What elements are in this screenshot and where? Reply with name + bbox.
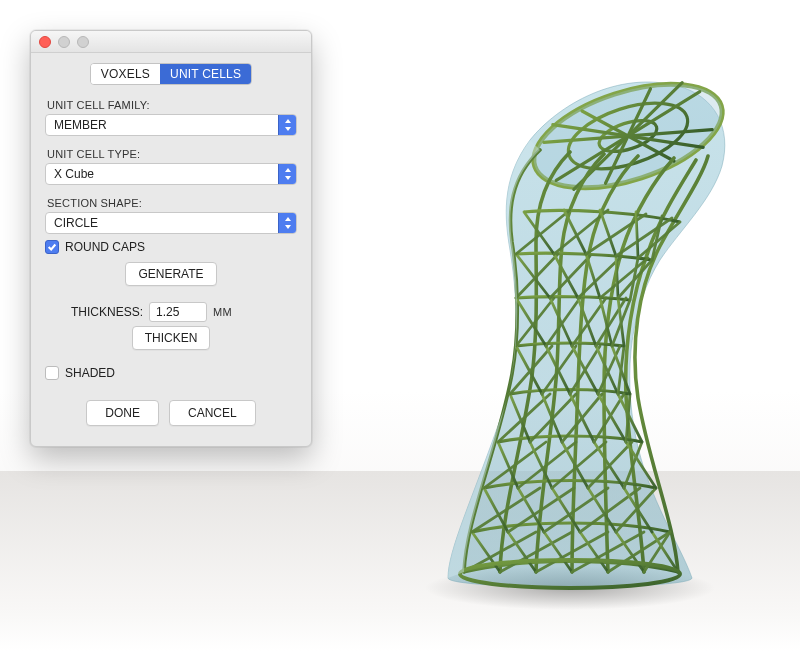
unit-cell-family-value: MEMBER [54, 118, 107, 132]
shaded-checkbox[interactable] [45, 366, 59, 380]
maximize-icon[interactable] [77, 36, 89, 48]
unit-cell-family-label: UNIT CELL FAMILY: [47, 99, 297, 111]
lattice-model[interactable] [360, 50, 780, 610]
unit-cell-type-value: X Cube [54, 167, 94, 181]
thickness-input[interactable]: 1.25 [149, 302, 207, 322]
updown-chevrons-icon [278, 213, 296, 233]
round-caps-label: ROUND CAPS [65, 240, 145, 254]
unit-cell-family-select[interactable]: MEMBER [45, 114, 297, 136]
unit-cell-type-label: UNIT CELL TYPE: [47, 148, 297, 160]
shaded-row: SHADED [45, 366, 297, 380]
lattice-render [360, 50, 780, 610]
updown-chevrons-icon [278, 115, 296, 135]
thicken-button[interactable]: THICKEN [132, 326, 211, 350]
thickness-value: 1.25 [156, 305, 179, 319]
minimize-icon[interactable] [58, 36, 70, 48]
generate-button[interactable]: GENERATE [125, 262, 216, 286]
done-button[interactable]: DONE [86, 400, 159, 426]
section-shape-select[interactable]: CIRCLE [45, 212, 297, 234]
close-icon[interactable] [39, 36, 51, 48]
round-caps-checkbox[interactable] [45, 240, 59, 254]
tab-unit-cells[interactable]: UNIT CELLS [160, 64, 251, 84]
thickness-row: THICKNESS: 1.25 MM [45, 302, 297, 322]
check-icon [47, 242, 57, 252]
round-caps-row: ROUND CAPS [45, 240, 297, 254]
tab-bar: VOXELS UNIT CELLS [31, 53, 311, 93]
unit-cell-type-select[interactable]: X Cube [45, 163, 297, 185]
section-shape-value: CIRCLE [54, 216, 98, 230]
thickness-label: THICKNESS: [71, 305, 143, 319]
tab-voxels[interactable]: VOXELS [91, 64, 160, 84]
svg-line-92 [636, 212, 638, 258]
svg-line-82 [616, 256, 618, 298]
unit-cells-dialog: VOXELS UNIT CELLS UNIT CELL FAMILY: MEMB… [30, 30, 312, 447]
shaded-label: SHADED [65, 366, 115, 380]
thickness-unit: MM [213, 306, 232, 318]
unit-cells-form: UNIT CELL FAMILY: MEMBER UNIT CELL TYPE:… [31, 99, 311, 446]
titlebar[interactable] [31, 31, 311, 53]
cancel-button[interactable]: CANCEL [169, 400, 256, 426]
section-shape-label: SECTION SHAPE: [47, 197, 297, 209]
updown-chevrons-icon [278, 164, 296, 184]
